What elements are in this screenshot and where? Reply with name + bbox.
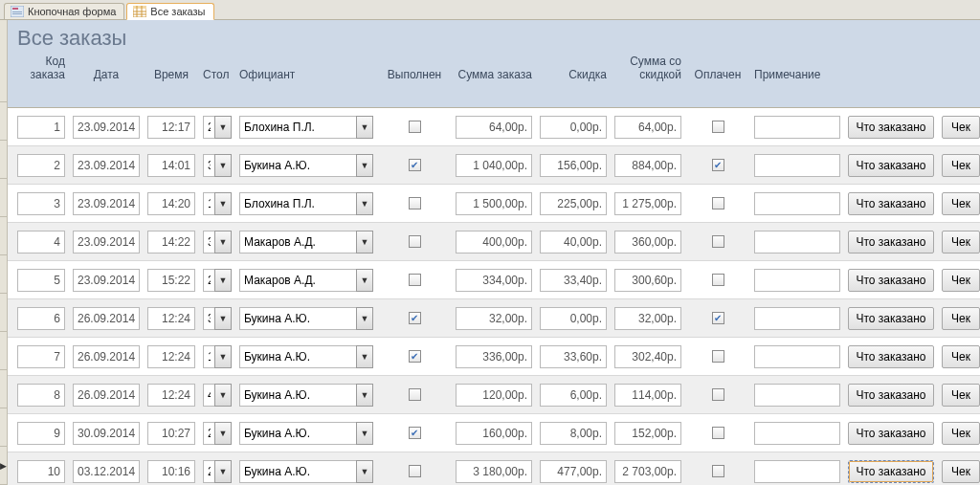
sum-field[interactable]	[456, 384, 532, 407]
waiter-combo[interactable]: ▼	[239, 345, 373, 368]
record-selector[interactable]	[0, 217, 7, 255]
sum-with-discount-field[interactable]	[614, 422, 681, 445]
chevron-down-icon[interactable]: ▼	[356, 307, 373, 330]
waiter-combo[interactable]: ▼	[239, 192, 373, 215]
waiter-input[interactable]	[239, 231, 356, 254]
order-id-field[interactable]	[17, 307, 65, 330]
discount-field[interactable]	[540, 460, 607, 483]
receipt-button[interactable]: Чек	[942, 231, 980, 254]
waiter-input[interactable]	[239, 422, 356, 445]
receipt-button[interactable]: Чек	[942, 116, 980, 139]
record-selector[interactable]	[0, 179, 7, 217]
record-selector[interactable]	[0, 255, 7, 294]
order-time-field[interactable]	[147, 116, 195, 139]
chevron-down-icon[interactable]: ▼	[214, 460, 232, 483]
chevron-down-icon[interactable]: ▼	[214, 384, 232, 407]
paid-checkbox[interactable]	[712, 388, 724, 401]
receipt-button[interactable]: Чек	[942, 192, 980, 215]
chevron-down-icon[interactable]: ▼	[356, 345, 373, 368]
discount-field[interactable]	[540, 384, 607, 407]
order-date-field[interactable]	[73, 269, 140, 292]
note-field[interactable]	[754, 154, 840, 177]
receipt-button[interactable]: Чек	[942, 269, 980, 292]
note-field[interactable]	[754, 460, 840, 483]
waiter-input[interactable]	[239, 269, 356, 292]
order-date-field[interactable]	[73, 384, 140, 407]
sum-with-discount-field[interactable]	[614, 269, 681, 292]
order-id-field[interactable]	[17, 422, 65, 445]
order-time-field[interactable]	[147, 422, 195, 445]
note-field[interactable]	[754, 231, 840, 254]
table-combo[interactable]: ▼	[203, 307, 232, 330]
note-field[interactable]	[754, 422, 840, 445]
sum-field[interactable]	[456, 460, 532, 483]
waiter-input[interactable]	[239, 154, 356, 177]
table-input[interactable]	[203, 345, 214, 368]
order-date-field[interactable]	[73, 460, 140, 483]
paid-checkbox[interactable]	[712, 197, 724, 209]
receipt-button[interactable]: Чек	[942, 307, 980, 330]
discount-field[interactable]	[540, 116, 607, 139]
paid-checkbox[interactable]	[712, 427, 724, 439]
chevron-down-icon[interactable]: ▼	[356, 231, 373, 254]
chevron-down-icon[interactable]: ▼	[214, 307, 232, 330]
order-time-field[interactable]	[147, 460, 195, 483]
done-checkbox[interactable]: ✔	[409, 350, 421, 363]
order-id-field[interactable]	[17, 269, 65, 292]
what-ordered-button[interactable]: Что заказано	[848, 231, 934, 254]
table-input[interactable]	[203, 231, 214, 254]
record-selector[interactable]	[0, 332, 7, 370]
what-ordered-button[interactable]: Что заказано	[848, 422, 934, 445]
waiter-combo[interactable]: ▼	[239, 460, 373, 483]
order-id-field[interactable]	[17, 345, 65, 368]
note-field[interactable]	[754, 384, 840, 407]
order-time-field[interactable]	[147, 345, 195, 368]
note-field[interactable]	[754, 307, 840, 330]
order-id-field[interactable]	[17, 231, 65, 254]
order-time-field[interactable]	[147, 231, 195, 254]
table-combo[interactable]: ▼	[203, 345, 232, 368]
tab-all-orders[interactable]: Все заказы	[126, 3, 213, 20]
what-ordered-button[interactable]: Что заказано	[848, 345, 934, 368]
order-date-field[interactable]	[73, 154, 140, 177]
done-checkbox[interactable]: ✔	[409, 159, 421, 171]
note-field[interactable]	[754, 192, 840, 215]
paid-checkbox[interactable]	[712, 121, 724, 133]
waiter-combo[interactable]: ▼	[239, 154, 373, 177]
order-id-field[interactable]	[17, 154, 65, 177]
discount-field[interactable]	[540, 231, 607, 254]
what-ordered-button[interactable]: Что заказано	[848, 154, 934, 177]
done-checkbox[interactable]	[409, 235, 421, 248]
discount-field[interactable]	[540, 192, 607, 215]
chevron-down-icon[interactable]: ▼	[214, 345, 232, 368]
table-input[interactable]	[203, 422, 214, 445]
paid-checkbox[interactable]: ✔	[712, 312, 724, 324]
discount-field[interactable]	[540, 422, 607, 445]
table-input[interactable]	[203, 154, 214, 177]
waiter-input[interactable]	[239, 192, 356, 215]
sum-field[interactable]	[456, 231, 532, 254]
sum-field[interactable]	[456, 192, 532, 215]
discount-field[interactable]	[540, 269, 607, 292]
order-time-field[interactable]	[147, 307, 195, 330]
order-time-field[interactable]	[147, 269, 195, 292]
note-field[interactable]	[754, 116, 840, 139]
table-combo[interactable]: ▼	[203, 269, 232, 292]
table-combo[interactable]: ▼	[203, 422, 232, 445]
done-checkbox[interactable]	[409, 274, 421, 286]
what-ordered-button[interactable]: Что заказано	[848, 269, 934, 292]
receipt-button[interactable]: Чек	[942, 460, 980, 483]
waiter-combo[interactable]: ▼	[239, 231, 373, 254]
waiter-combo[interactable]: ▼	[239, 269, 373, 292]
chevron-down-icon[interactable]: ▼	[214, 116, 232, 139]
table-input[interactable]	[203, 307, 214, 330]
order-time-field[interactable]	[147, 154, 195, 177]
receipt-button[interactable]: Чек	[942, 345, 980, 368]
what-ordered-button[interactable]: Что заказано	[848, 307, 934, 330]
order-time-field[interactable]	[147, 384, 195, 407]
table-input[interactable]	[203, 384, 214, 407]
table-combo[interactable]: ▼	[203, 154, 232, 177]
order-date-field[interactable]	[73, 116, 140, 139]
sum-with-discount-field[interactable]	[614, 116, 681, 139]
done-checkbox[interactable]: ✔	[409, 427, 421, 439]
